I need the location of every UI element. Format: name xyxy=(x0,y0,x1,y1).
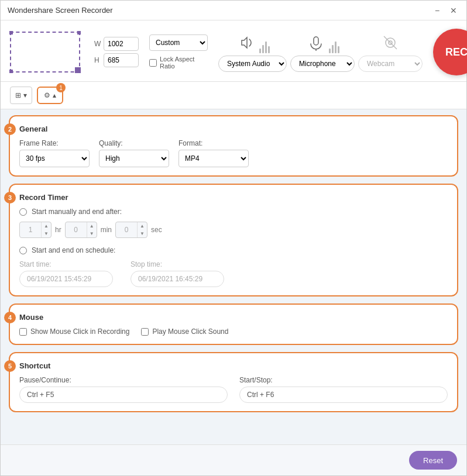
play-sound-item: Play Mouse Click Sound xyxy=(141,327,228,336)
stop-time-label: Stop time: xyxy=(131,260,224,268)
layout-dropdown-icon: ▾ xyxy=(23,91,27,99)
manually-radio[interactable] xyxy=(19,208,27,216)
frame-rate-label: Frame Rate: xyxy=(19,139,90,147)
hr-stepper: 1 ▲ ▼ xyxy=(19,222,51,238)
mouse-section: 4 Mouse Show Mouse Click in Recording Pl… xyxy=(9,303,458,345)
microphone-bars xyxy=(329,32,339,53)
window-controls: − ✕ xyxy=(431,5,459,16)
sec-up-button[interactable]: ▲ xyxy=(138,222,147,230)
stop-time-input[interactable] xyxy=(131,271,224,287)
system-audio-device: System Audio xyxy=(218,32,287,72)
pause-field: Pause/Continue: xyxy=(19,376,228,403)
format-select[interactable]: MP4 xyxy=(178,150,249,167)
schedule-radio-row: Start and end on schedule: xyxy=(19,246,448,254)
toolbar-row: ⊞ ▾ ⚙ ▴ 1 xyxy=(1,82,466,109)
corner-handle-br[interactable] xyxy=(75,67,81,73)
hr-up-button[interactable]: ▲ xyxy=(42,222,51,230)
minimize-button[interactable]: − xyxy=(431,5,443,16)
sec-unit: sec xyxy=(151,226,162,234)
settings-content: 2 General Frame Rate: 30 fps Quality: Hi… xyxy=(1,109,466,444)
show-click-checkbox[interactable] xyxy=(19,328,27,336)
manually-label: Start manually and end after: xyxy=(32,208,122,216)
lock-aspect-ratio: Lock Aspect Ratio xyxy=(149,56,208,70)
audio-section: System Audio xyxy=(218,32,423,72)
shortcut-title: Shortcut xyxy=(19,361,448,370)
microphone-device: Microphone xyxy=(290,32,355,72)
play-sound-checkbox[interactable] xyxy=(141,328,149,336)
start-time-field: Start time: xyxy=(19,260,113,287)
hr-down-button[interactable]: ▼ xyxy=(42,230,51,237)
start-stop-label: Start/Stop: xyxy=(239,376,448,384)
bottom-bar: Reset xyxy=(1,444,466,475)
format-field: Format: MP4 xyxy=(178,139,249,167)
rec-button[interactable]: REC xyxy=(433,29,467,75)
min-down-button[interactable]: ▼ xyxy=(87,230,97,237)
width-input[interactable] xyxy=(104,37,139,51)
mouse-checkbox-row: Show Mouse Click in Recording Play Mouse… xyxy=(19,327,448,336)
stop-time-field: Stop time: xyxy=(131,260,224,287)
frame-rate-select[interactable]: 30 fps xyxy=(19,150,90,167)
corner-handle-tr xyxy=(77,31,81,35)
general-form-row: Frame Rate: 30 fps Quality: High Format:… xyxy=(19,139,448,167)
hr-stepper-btns: ▲ ▼ xyxy=(41,222,51,237)
webcam-select[interactable]: Webcam xyxy=(358,56,423,72)
microphone-select[interactable]: Microphone xyxy=(290,56,355,72)
start-stop-field: Start/Stop: xyxy=(239,376,448,403)
time-input-group: 1 ▲ ▼ hr 0 ▲ ▼ min 0 xyxy=(19,222,448,238)
preset-select[interactable]: Custom xyxy=(149,35,208,51)
height-input[interactable] xyxy=(104,53,139,67)
lock-aspect-label: Lock Aspect Ratio xyxy=(160,56,208,70)
webcam-icon xyxy=(380,32,401,53)
schedule-radio[interactable] xyxy=(19,247,27,254)
corner-handle-bl xyxy=(9,70,13,73)
mouse-title: Mouse xyxy=(19,313,448,322)
pause-label: Pause/Continue: xyxy=(19,376,228,384)
hr-value: 1 xyxy=(20,226,41,234)
preset-wrap: Custom Lock Aspect Ratio xyxy=(149,35,208,70)
start-time-input[interactable] xyxy=(19,271,113,287)
record-timer-section-number: 3 xyxy=(4,192,16,203)
height-label: H xyxy=(94,56,101,64)
hr-unit: hr xyxy=(55,226,61,234)
screen-area xyxy=(10,32,80,73)
min-stepper-btns: ▲ ▼ xyxy=(87,222,97,237)
general-section-number: 2 xyxy=(4,123,16,135)
min-up-button[interactable]: ▲ xyxy=(87,222,97,230)
layout-icon: ⊞ xyxy=(15,91,21,99)
title-bar: Wondershare Screen Recorder − ✕ xyxy=(1,1,466,20)
settings-badge: 1 xyxy=(56,83,66,92)
quality-select[interactable]: High xyxy=(99,150,169,167)
min-unit: min xyxy=(101,226,112,234)
close-button[interactable]: ✕ xyxy=(448,5,459,16)
record-timer-title: Record Timer xyxy=(19,193,448,202)
svg-rect-0 xyxy=(314,37,318,45)
show-click-label: Show Mouse Click in Recording xyxy=(30,327,129,336)
height-row: H xyxy=(94,53,139,67)
settings-arrow-icon: ▴ xyxy=(53,91,56,99)
width-row: W xyxy=(94,37,139,51)
start-stop-input[interactable] xyxy=(239,387,448,403)
record-timer-section: 3 Record Timer Start manually and end af… xyxy=(9,184,458,296)
schedule-row: Start time: Stop time: xyxy=(19,260,448,287)
system-audio-select[interactable]: System Audio xyxy=(218,56,287,72)
manually-radio-row: Start manually and end after: xyxy=(19,208,448,216)
settings-button[interactable]: ⚙ ▴ 1 xyxy=(37,87,63,104)
system-audio-icon xyxy=(236,32,257,53)
reset-button[interactable]: Reset xyxy=(409,451,457,470)
shortcut-section: 5 Shortcut Pause/Continue: Start/Stop: xyxy=(9,352,458,412)
width-label: W xyxy=(94,40,101,48)
sec-down-button[interactable]: ▼ xyxy=(138,230,147,237)
general-title: General xyxy=(19,125,448,133)
layout-button[interactable]: ⊞ ▾ xyxy=(10,87,32,104)
settings-icon: ⚙ xyxy=(44,91,50,99)
corner-handle-tl xyxy=(9,31,13,35)
sec-stepper: 0 ▲ ▼ xyxy=(115,222,147,238)
mouse-section-number: 4 xyxy=(4,312,16,323)
capture-region[interactable] xyxy=(10,32,80,73)
shortcut-row: Pause/Continue: Start/Stop: xyxy=(19,376,448,403)
pause-input[interactable] xyxy=(19,387,228,403)
lock-aspect-checkbox[interactable] xyxy=(149,59,157,67)
system-audio-bars xyxy=(259,32,270,53)
quality-field: Quality: High xyxy=(99,139,169,167)
min-value: 0 xyxy=(66,226,87,234)
